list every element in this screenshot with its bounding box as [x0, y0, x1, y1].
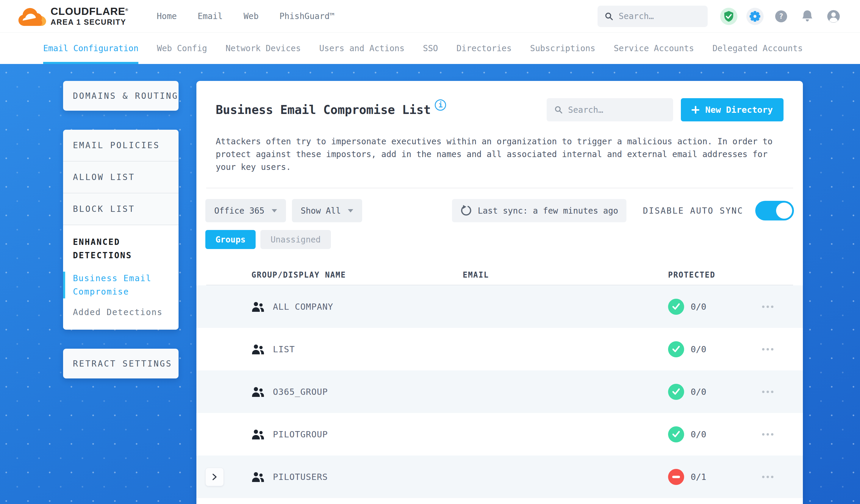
cloudflare-logo: CLOUDFLARE® AREA 1 SECURITY: [18, 6, 129, 27]
toggle-knob: [776, 203, 792, 219]
table-header: GROUP/DISPLAY NAME EMAIL PROTECTED: [197, 264, 803, 285]
help-icon[interactable]: ?: [773, 8, 790, 25]
directory-filter-dropdown[interactable]: Office 365: [205, 199, 286, 222]
table-row: O365_GROUP 0/0: [197, 371, 803, 413]
tab-email-configuration[interactable]: Email Configuration: [43, 33, 138, 64]
nav-phishguard[interactable]: PhishGuard™: [280, 11, 334, 21]
col-email: EMAIL: [463, 271, 668, 279]
check-icon: [672, 431, 680, 438]
col-group-display-name: GROUP/DISPLAY NAME: [252, 271, 463, 279]
protected-cell: 0/1: [668, 469, 757, 485]
sidebar-item-enhanced-detections[interactable]: ENHANCED DETECTIONS: [73, 235, 170, 262]
group-name: ALL COMPANY: [273, 302, 333, 312]
show-filter-value: Show All: [301, 206, 341, 216]
sidebar-item-domains-routing[interactable]: DOMAINS & ROUTING: [63, 81, 178, 111]
last-sync-button[interactable]: Last sync: a few minutes ago: [452, 199, 627, 222]
sidebar-item-email-policies[interactable]: EMAIL POLICIES: [63, 130, 178, 161]
group-name-cell: PILOTGROUP: [252, 429, 463, 440]
gear-icon[interactable]: [746, 8, 763, 25]
protected-count: 0/0: [691, 344, 706, 354]
group-name: PILOTGROUP: [273, 429, 328, 440]
protected-cell: 0/0: [668, 299, 757, 315]
group-name: PILOTUSERS: [273, 472, 328, 482]
group-people-icon: [252, 472, 264, 482]
chevron-right-icon: [211, 473, 218, 481]
auto-sync-toggle[interactable]: [755, 201, 794, 220]
protected-count: 0/0: [691, 387, 706, 397]
expander-cell: [205, 468, 252, 486]
group-name-cell: ALL COMPANY: [252, 301, 463, 312]
protected-count: 0/0: [691, 429, 706, 440]
tab-directories[interactable]: Directories: [457, 33, 512, 64]
tab-web-config[interactable]: Web Config: [157, 33, 207, 64]
group-name: O365_GROUP: [273, 387, 328, 397]
nav-home[interactable]: Home: [157, 11, 177, 21]
status-badge: [668, 469, 684, 485]
panel-search-input[interactable]: [568, 105, 665, 115]
row-actions-icon[interactable]: [757, 348, 794, 350]
svg-text:?: ?: [779, 12, 783, 20]
nav-email[interactable]: Email: [198, 11, 223, 21]
top-header: CLOUDFLARE® AREA 1 SECURITY Home Email W…: [0, 0, 860, 33]
sidebar-section-enhanced-detections: ENHANCED DETECTIONS Business Email Compr…: [63, 225, 178, 330]
new-directory-button[interactable]: New Directory: [681, 98, 784, 121]
tab-service-accounts[interactable]: Service Accounts: [614, 33, 694, 64]
sidebar-item-block-list[interactable]: BLOCK LIST: [63, 193, 178, 225]
tab-unassigned[interactable]: Unassigned: [260, 230, 331, 249]
table-row: LIST 0/0: [197, 328, 803, 371]
group-name-cell: LIST: [252, 344, 463, 355]
auto-sync-label: DISABLE AUTO SYNC: [643, 206, 743, 216]
logo-registered-mark: ®: [125, 8, 129, 12]
table-body: ALL COMPANY 0/0: [197, 285, 803, 498]
last-sync-text: Last sync: a few minutes ago: [478, 206, 618, 216]
tab-groups[interactable]: Groups: [205, 230, 256, 249]
sidebar-item-retract-settings[interactable]: RETRACT SETTINGS: [63, 349, 178, 378]
row-actions-icon[interactable]: [757, 305, 794, 308]
protected-count: 0/0: [691, 302, 706, 312]
check-icon: [672, 303, 680, 311]
group-people-icon: [252, 301, 264, 312]
expander-cell: [205, 340, 252, 359]
table-row: PILOTGROUP 0/0: [197, 413, 803, 456]
logo-text: CLOUDFLARE® AREA 1 SECURITY: [51, 6, 129, 27]
main-panel: Business Email Compromise List i New Dir…: [197, 81, 803, 504]
sidebar-item-business-email-compromise[interactable]: Business Email Compromise: [63, 272, 170, 299]
check-icon: [672, 345, 680, 353]
row-actions-icon[interactable]: [757, 391, 794, 393]
chevron-down-icon: [272, 209, 277, 213]
table-row: PILOTUSERS 0/1: [197, 456, 803, 498]
app-root: CLOUDFLARE® AREA 1 SECURITY Home Email W…: [0, 0, 860, 504]
shield-check-icon[interactable]: [720, 8, 737, 25]
sidebar-item-allow-list[interactable]: ALLOW LIST: [63, 161, 178, 193]
chevron-down-icon: [348, 209, 353, 213]
view-tabs: Groups Unassigned: [205, 230, 794, 249]
group-name-cell: O365_GROUP: [252, 387, 463, 397]
search-icon: [605, 11, 613, 21]
tab-sso[interactable]: SSO: [423, 33, 438, 64]
status-badge: [668, 384, 684, 400]
check-icon: [672, 388, 680, 396]
user-icon[interactable]: [825, 8, 842, 25]
tab-delegated-accounts[interactable]: Delegated Accounts: [713, 33, 803, 64]
directory-filter-value: Office 365: [214, 206, 264, 216]
tab-users-and-actions[interactable]: Users and Actions: [319, 33, 405, 64]
header-search[interactable]: [598, 6, 708, 27]
panel-search[interactable]: [547, 98, 673, 121]
tab-subscriptions[interactable]: Subscriptions: [530, 33, 595, 64]
info-icon[interactable]: i: [435, 99, 446, 111]
sidebar-label: DOMAINS & ROUTING: [73, 91, 178, 101]
header-search-input[interactable]: [619, 11, 701, 21]
bell-icon[interactable]: [799, 8, 816, 25]
expand-row-button[interactable]: [205, 468, 224, 486]
tab-network-devices[interactable]: Network Devices: [226, 33, 301, 64]
expander-cell: [205, 298, 252, 316]
table-row: ALL COMPANY 0/0: [197, 285, 803, 328]
sidebar-item-added-detections[interactable]: Added Detections: [73, 307, 170, 317]
show-filter-dropdown[interactable]: Show All: [292, 199, 362, 222]
row-actions-icon[interactable]: [757, 433, 794, 435]
group-people-icon: [252, 429, 264, 440]
row-actions-icon[interactable]: [757, 476, 794, 478]
nav-web[interactable]: Web: [243, 11, 259, 21]
search-icon: [554, 105, 563, 115]
sidebar-label: RETRACT SETTINGS: [73, 359, 172, 369]
